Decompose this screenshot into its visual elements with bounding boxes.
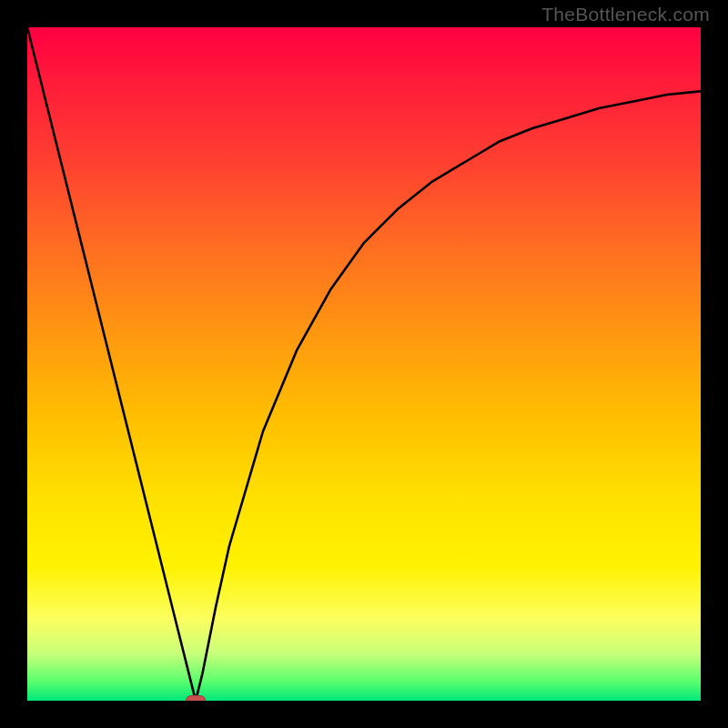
watermark-text: TheBottleneck.com [541, 4, 710, 25]
chart-frame: TheBottleneck.com [0, 0, 728, 728]
bottleneck-curve-path [27, 27, 701, 701]
min-point-marker [186, 695, 206, 701]
plot-area [27, 27, 701, 701]
curve-svg [27, 27, 701, 701]
